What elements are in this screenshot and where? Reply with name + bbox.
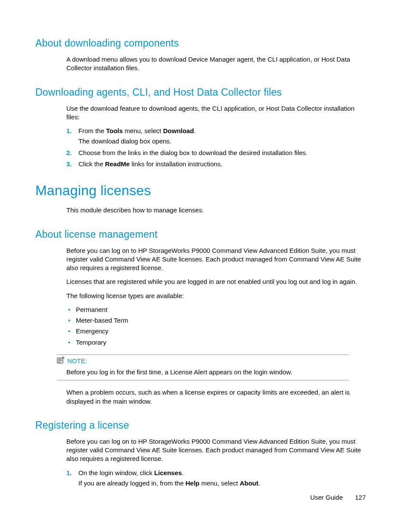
body-managing-licenses: This module describes how to manage lice… [66,206,366,215]
list-item: Choose from the links in the dialog box … [66,149,366,157]
section-downloading-agents: Downloading agents, CLI, and Host Data C… [35,86,366,169]
list-item: On the login window, click Licenses. If … [66,469,366,488]
step-subtext: If you are already logged in, from the H… [78,479,366,488]
page-footer: User Guide 127 [310,493,366,502]
step-subtext: The download dialog box opens. [78,137,366,146]
note-body: Before you log in for the first time, a … [66,368,349,376]
paragraph: Before you can log on to HP StorageWorks… [66,246,366,273]
step-text: On the login window, click Licenses. [78,469,184,476]
ordered-list: On the login window, click Licenses. If … [66,469,366,488]
body-downloading-agents: Use the download feature to download age… [66,104,366,169]
body-after-note: When a problem occurs, such as when a li… [66,388,366,406]
paragraph: A download menu allows you to download D… [66,55,366,73]
list-item: Temporary [66,338,366,347]
step-text: From the Tools menu, select Download. [78,127,196,134]
heading-about-downloading: About downloading components [35,37,366,50]
paragraph: Use the download feature to download age… [66,104,366,122]
note-icon [57,357,65,365]
paragraph: When a problem occurs, such as when a li… [66,388,366,406]
list-item: Meter-based Term [66,316,366,325]
section-about-downloading: About downloading components A download … [35,37,366,73]
step-text: Click the ReadMe links for installation … [78,160,222,168]
bullet-list: Permanent Meter-based Term Emergency Tem… [66,305,366,347]
heading-registering-license: Registering a license [35,419,366,432]
note-rule-bottom [57,380,349,380]
ordered-list: From the Tools menu, select Download. Th… [66,127,366,168]
heading-downloading-agents: Downloading agents, CLI, and Host Data C… [35,86,366,99]
paragraph: The following license types are availabl… [66,292,366,300]
paragraph: This module describes how to manage lice… [66,206,366,215]
note-label: NOTE: [67,357,87,365]
paragraph: Before you can log on to HP StorageWorks… [66,437,366,464]
section-about-license-management: About license management Before you can … [35,228,366,406]
section-registering-license: Registering a license Before you can log… [35,419,366,488]
body-about-downloading: A download menu allows you to download D… [66,55,366,73]
list-item: Permanent [66,305,366,314]
list-item: Click the ReadMe links for installation … [66,160,366,168]
list-item: From the Tools menu, select Download. Th… [66,127,366,146]
note-block: NOTE: Before you log in for the first ti… [57,355,349,381]
list-item: Emergency [66,327,366,336]
page-number: 127 [355,494,366,501]
heading-about-license-management: About license management [35,228,366,241]
body-about-license-management: Before you can log on to HP StorageWorks… [66,246,366,347]
footer-title: User Guide [310,494,343,501]
body-registering-license: Before you can log on to HP StorageWorks… [66,437,366,488]
note-header: NOTE: [57,357,349,365]
paragraph: Licenses that are registered while you a… [66,277,366,286]
heading-managing-licenses: Managing licenses [35,181,366,200]
note-rule-top [57,355,349,355]
